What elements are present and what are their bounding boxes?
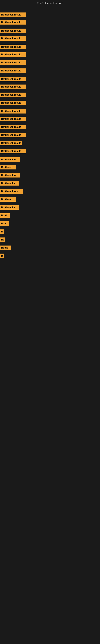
- bottleneck-bar: Bottleneck result: [0, 12, 26, 17]
- site-title: TheBottlenecker.com: [0, 0, 100, 6]
- bottleneck-label: Bottleneck r: [0, 181, 19, 186]
- bottleneck-bar: Bottle: [0, 246, 11, 250]
- bottleneck-bar: Bottleneck result: [0, 117, 26, 121]
- bottleneck-label: Bottleneck re: [0, 173, 20, 178]
- bottleneck-label: Bottleneck result: [0, 36, 26, 41]
- bottleneck-label: B: [0, 230, 3, 234]
- bottleneck-label: Bottleneck result: [0, 28, 26, 33]
- bottleneck-bar: Bottleneck result: [0, 77, 26, 81]
- bottleneck-label: Bottleneck result: [0, 100, 26, 105]
- bottleneck-label: Bottleneck result: [0, 52, 26, 57]
- bottleneck-label: Bottleneck result: [0, 45, 26, 49]
- bottleneck-label: Bottleneck result: [0, 84, 26, 89]
- bottleneck-label: Bottleneck result: [0, 68, 26, 73]
- bottleneck-bar: Bottleneck result: [0, 141, 22, 145]
- bottleneck-label: Bottleneck result: [0, 141, 22, 145]
- bottleneck-bar: Bottleneck r: [0, 205, 19, 210]
- bottleneck-label: Bo: [0, 238, 5, 242]
- bottleneck-label: Bottleneck result: [0, 109, 26, 114]
- bottleneck-label: Bottleneck re: [0, 158, 20, 162]
- bottleneck-label: Bottleneck result: [0, 77, 26, 81]
- bottleneck-bar: Bottlenec: [0, 197, 16, 202]
- bottleneck-bar: Bottleneck re: [0, 173, 20, 178]
- bottleneck-bar: Bottleneck result: [0, 133, 26, 137]
- bottleneck-label: Bottleneck r: [0, 205, 19, 210]
- bottleneck-bar: Bo: [0, 238, 5, 242]
- bottleneck-bar: Bottleneck re: [0, 158, 20, 162]
- bottleneck-label: Bottleneck resu: [0, 189, 23, 194]
- bottleneck-label: Bottleneck result: [0, 20, 26, 24]
- bottleneck-label: Bottleneck result: [0, 149, 26, 153]
- bottleneck-bar: Bottleneck resu: [0, 189, 23, 194]
- bottleneck-label: Bottleneck result: [0, 117, 26, 121]
- bottleneck-label: Bottleneck result: [0, 92, 26, 97]
- bottleneck-bar: Bott: [0, 222, 9, 226]
- bottleneck-bar: Bottleneck result: [0, 28, 26, 33]
- bottleneck-bar: Bottleneck result: [0, 109, 26, 114]
- bottleneck-label: Bottlenec: [0, 165, 16, 170]
- bottleneck-label: Bottleneck result: [0, 125, 26, 129]
- bottleneck-label: Bottleneck result: [0, 60, 26, 65]
- bottleneck-bar: Bottleneck result: [0, 92, 26, 97]
- bottleneck-bar: Bottleneck result: [0, 125, 26, 129]
- bottleneck-label: Bottleneck result: [0, 12, 26, 17]
- bottleneck-bar: Bottleneck result: [0, 20, 26, 24]
- bottleneck-bar: Bottleneck result: [0, 100, 26, 105]
- bottleneck-bar: Bottleneck result: [0, 149, 26, 153]
- bottleneck-bar: Bottl: [0, 213, 10, 218]
- bottleneck-bar: B: [0, 230, 3, 234]
- bottleneck-bar: Bottlenec: [0, 165, 16, 170]
- bottleneck-bar: Bottleneck result: [0, 68, 26, 73]
- bottleneck-label: Bottleneck result: [0, 133, 26, 137]
- bottleneck-label: Bott: [0, 222, 9, 226]
- bottleneck-bar: Bottleneck result: [0, 60, 26, 65]
- bottleneck-label: Bottlenec: [0, 197, 16, 202]
- bottleneck-bar: Bottleneck result: [0, 36, 26, 41]
- bottleneck-bar: Bottleneck r: [0, 181, 19, 186]
- bottleneck-bar: B: [0, 254, 3, 258]
- bottleneck-label: Bottl: [0, 213, 10, 218]
- bottleneck-label: Bottle: [0, 246, 11, 250]
- bottleneck-label: B: [0, 254, 3, 258]
- bottleneck-bar: Bottleneck result: [0, 52, 26, 57]
- bottleneck-bar: Bottleneck result: [0, 45, 26, 49]
- bottleneck-bar: Bottleneck result: [0, 84, 26, 89]
